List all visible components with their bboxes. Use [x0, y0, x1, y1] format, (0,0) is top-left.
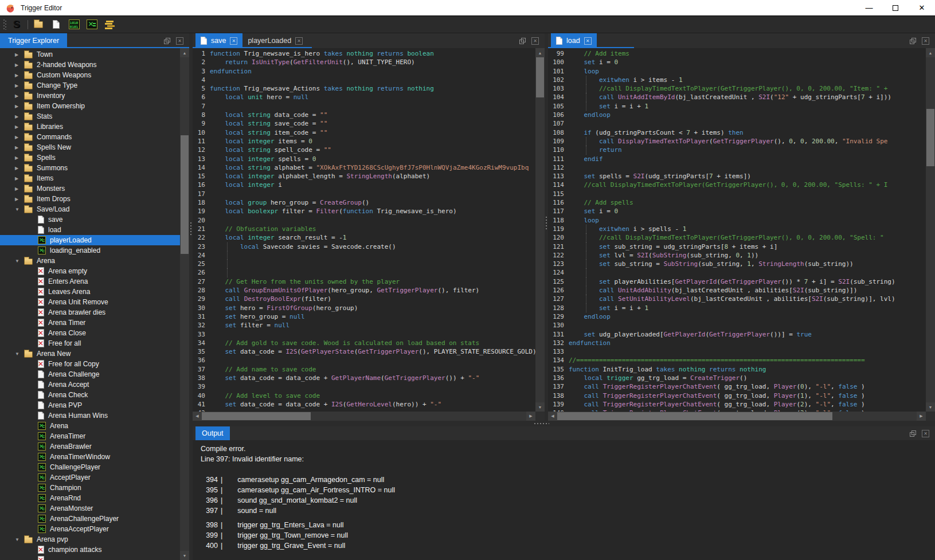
tree-item-arenarnd[interactable]: ArenaRnd [0, 493, 180, 503]
editor-vscrollbar[interactable]: ▲ ▼ [926, 48, 935, 412]
expand-icon[interactable]: ▶ [15, 62, 24, 68]
tree-item-2-handed-weapons[interactable]: ▶2-handed Weapons [0, 60, 180, 70]
tree-item-leaves-arena[interactable]: Leaves Arena [0, 287, 180, 297]
script-scroll-button[interactable]: S [9, 18, 24, 32]
tree-item-monsters[interactable]: ▶Monsters [0, 183, 180, 194]
expand-icon[interactable]: ▶ [15, 83, 24, 88]
explorer-title-tab[interactable]: Trigger Explorer [0, 33, 67, 48]
convert-binary-button[interactable] [66, 18, 81, 32]
convert-script-button[interactable] [84, 18, 99, 32]
toolbar-grip[interactable] [3, 19, 6, 30]
tree-item-arena-timer[interactable]: Arena Timer [0, 318, 180, 328]
float-pane-icon[interactable] [910, 430, 916, 437]
tree-item-spells-new[interactable]: ▶Spells New [0, 142, 180, 152]
tree-item-inventory[interactable]: ▶Inventory [0, 91, 180, 101]
expand-icon[interactable]: ▶ [15, 155, 24, 160]
tree-item-town[interactable]: ▶Town [0, 49, 180, 60]
expand-icon[interactable]: ▶ [15, 197, 24, 202]
tree-item-enters-arena[interactable]: Enters Arena [0, 276, 180, 287]
tree-item-item[interactable] [0, 555, 180, 560]
trigger-tree[interactable]: ▶Town▶2-handed Weapons▶Custom Weapons▶Ch… [0, 48, 180, 560]
vscroll-thumb[interactable] [926, 109, 934, 166]
tree-item-item-drops[interactable]: ▶Item Drops [0, 194, 180, 204]
close-pane-icon[interactable]: ✕ [176, 37, 183, 45]
tree-item-arena-challenge[interactable]: Arena Challenge [0, 369, 180, 379]
collapse-icon[interactable]: ▼ [15, 351, 24, 357]
float-pane-icon[interactable] [164, 38, 170, 44]
tree-item-change-type[interactable]: ▶Change Type [0, 80, 180, 91]
tree-item-arena[interactable]: Arena [0, 421, 180, 431]
tree-item-acceptplayer[interactable]: AcceptPlayer [0, 472, 180, 483]
expand-icon[interactable]: ▶ [15, 186, 24, 191]
editor-vscrollbar[interactable]: ▲ ▼ [535, 48, 545, 412]
tree-item-champion-attacks[interactable]: champion attacks [0, 545, 180, 555]
tab-load[interactable]: load✕ [551, 33, 597, 48]
tree-item-item-ownership[interactable]: ▶Item Ownership [0, 101, 180, 111]
expand-icon[interactable]: ▶ [15, 124, 24, 130]
expand-icon[interactable]: ▶ [15, 176, 24, 181]
tree-item-arena-empty[interactable]: Arena empty [0, 266, 180, 276]
hscroll-thumb[interactable] [202, 412, 311, 420]
scroll-right-button[interactable]: ▶ [917, 412, 926, 421]
tree-item-arena-accept[interactable]: Arena Accept [0, 379, 180, 390]
tree-item-commands[interactable]: ▶Commands [0, 132, 180, 142]
new-category-button[interactable] [31, 18, 46, 32]
tree-item-arenatimerwindow[interactable]: ArenaTimerWindow [0, 452, 180, 462]
tab-close-icon[interactable]: ✕ [295, 37, 303, 45]
tree-item-free-for-all[interactable]: Free for all [0, 338, 180, 348]
tree-item-champion[interactable]: Champion [0, 483, 180, 493]
tree-item-libraries[interactable]: ▶Libraries [0, 122, 180, 132]
close-button[interactable]: ✕ [909, 0, 935, 15]
expand-icon[interactable]: ▶ [15, 114, 24, 119]
tree-item-arena-brawler-dies[interactable]: Arena brawler dies [0, 307, 180, 318]
tree-item-loading-enabled[interactable]: loading_enabled [0, 245, 180, 256]
scroll-left-button[interactable]: ◀ [193, 412, 202, 421]
close-pane-icon[interactable]: ✕ [531, 37, 539, 45]
tree-item-challengeplayer[interactable]: ChallengePlayer [0, 462, 180, 472]
tree-item-arenabrawler[interactable]: ArenaBrawler [0, 441, 180, 452]
float-pane-icon[interactable] [519, 38, 526, 44]
expand-icon[interactable]: ▶ [15, 73, 24, 78]
expand-icon[interactable]: ▶ [15, 135, 24, 140]
tree-item-arena-unit-remove[interactable]: Arena Unit Remove [0, 297, 180, 307]
scroll-up-button[interactable]: ▲ [180, 48, 189, 57]
expand-icon[interactable]: ▶ [15, 166, 24, 171]
tree-item-arenachallengeplayer[interactable]: ArenaChallengePlayer [0, 514, 180, 524]
tab-close-icon[interactable]: ✕ [230, 37, 237, 45]
tree-item-custom-weapons[interactable]: ▶Custom Weapons [0, 70, 180, 80]
collapse-icon[interactable]: ▼ [15, 207, 24, 212]
minimize-button[interactable]: — [856, 0, 882, 15]
tree-item-summons[interactable]: ▶Summons [0, 163, 180, 173]
tree-item-spells[interactable]: ▶Spells [0, 152, 180, 163]
scroll-down-button[interactable]: ▼ [535, 402, 545, 412]
tree-item-arena-close[interactable]: Arena Close [0, 328, 180, 338]
tree-item-arenatimer[interactable]: ArenaTimer [0, 431, 180, 441]
scroll-down-button[interactable]: ▼ [926, 402, 935, 412]
tree-item-arena-human-wins[interactable]: Arena Human Wins [0, 410, 180, 421]
tree-item-free-for-all-copy[interactable]: Free for all Copy [0, 359, 180, 369]
scroll-right-button[interactable]: ▶ [526, 412, 535, 421]
expand-icon[interactable]: ▶ [15, 93, 24, 99]
collapse-icon[interactable]: ▼ [15, 537, 24, 542]
tree-scrollbar[interactable]: ▲ ▼ [180, 48, 189, 560]
tree-item-playerloaded[interactable]: playerLoaded [0, 235, 180, 245]
tree-item-arena-pvp[interactable]: Arena PVP [0, 400, 180, 410]
collapse-icon[interactable]: ▼ [15, 259, 24, 264]
tree-item-load[interactable]: load [0, 225, 180, 235]
output-tab[interactable]: Output [195, 426, 230, 440]
close-pane-icon[interactable]: ✕ [922, 37, 929, 45]
expand-icon[interactable]: ▶ [15, 104, 24, 109]
tree-item-stats[interactable]: ▶Stats [0, 111, 180, 122]
expand-icon[interactable]: ▶ [15, 145, 24, 150]
tree-scrollbar-thumb[interactable] [181, 135, 189, 254]
tab-save[interactable]: save✕ [195, 33, 242, 48]
scroll-left-button[interactable]: ◀ [548, 412, 557, 421]
tree-item-arena-check[interactable]: Arena Check [0, 390, 180, 400]
tree-item-arena[interactable]: ▼Arena [0, 256, 180, 266]
expand-icon[interactable]: ▶ [15, 52, 24, 57]
output-splitter[interactable] [193, 421, 935, 426]
tab-playerLoaded[interactable]: playerLoaded✕ [242, 33, 308, 48]
tree-item-arena-new[interactable]: ▼Arena New [0, 348, 180, 359]
scroll-up-button[interactable]: ▲ [926, 48, 935, 57]
comment-list-button[interactable] [102, 18, 117, 32]
